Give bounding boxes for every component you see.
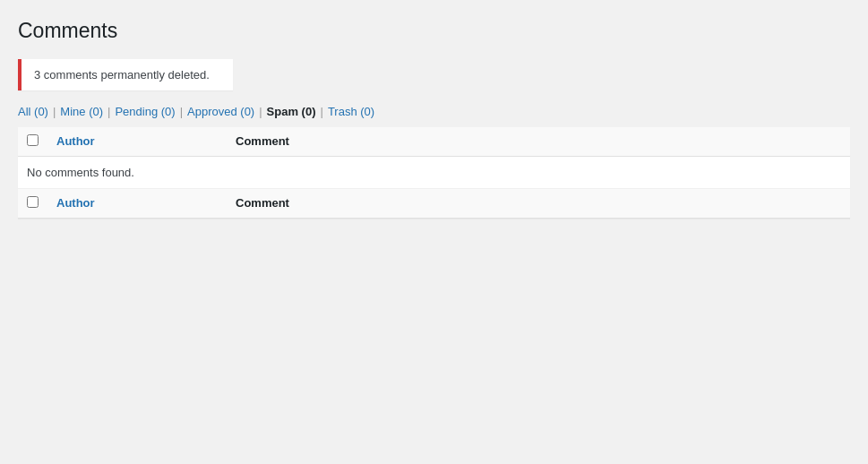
notice-box: 3 comments permanently deleted. bbox=[18, 59, 233, 90]
separator-5: | bbox=[320, 105, 322, 118]
separator-2: | bbox=[107, 105, 110, 118]
filter-spam-link[interactable]: Spam (0) bbox=[267, 105, 316, 118]
page-title: Comments bbox=[18, 18, 850, 45]
filter-pending: Pending (0) bbox=[115, 105, 175, 118]
footer-author-col: Author bbox=[47, 188, 227, 218]
comments-table: Author Comment No comments found. Author… bbox=[18, 127, 850, 219]
filter-trash: Trash (0) bbox=[328, 105, 374, 118]
footer-comment-col: Comment bbox=[227, 188, 850, 218]
author-sort-link[interactable]: Author bbox=[56, 134, 95, 148]
no-comments-cell: No comments found. bbox=[18, 156, 850, 188]
filter-trash-link[interactable]: Trash (0) bbox=[328, 105, 374, 118]
comment-filter-nav: All (0) | Mine (0) | Pending (0) | Appro… bbox=[18, 105, 850, 118]
header-checkbox-col bbox=[18, 127, 47, 157]
select-all-checkbox[interactable] bbox=[27, 134, 39, 146]
footer-checkbox-col bbox=[18, 188, 47, 218]
separator-1: | bbox=[53, 105, 56, 118]
separator-4: | bbox=[259, 105, 262, 118]
table-header-row: Author Comment bbox=[18, 127, 850, 157]
notice-message: 3 comments permanently deleted. bbox=[34, 68, 220, 82]
author-sort-link[interactable]: Author bbox=[56, 196, 95, 210]
filter-all: All (0) bbox=[18, 105, 48, 118]
header-author-col: Author bbox=[47, 127, 227, 157]
table-footer-row: Author Comment bbox=[18, 188, 850, 218]
filter-mine: Mine (0) bbox=[60, 105, 103, 118]
separator-3: | bbox=[180, 105, 183, 118]
header-comment-col: Comment bbox=[227, 127, 850, 157]
filter-approved-link[interactable]: Approved (0) bbox=[187, 105, 254, 118]
comments-table-wrapper: Author Comment No comments found. Author… bbox=[18, 127, 850, 219]
no-comments-row: No comments found. bbox=[18, 156, 850, 188]
filter-approved: Approved (0) bbox=[187, 105, 254, 118]
filter-pending-link[interactable]: Pending (0) bbox=[115, 105, 175, 118]
filter-spam: Spam (0) bbox=[267, 105, 316, 118]
filter-mine-link[interactable]: Mine (0) bbox=[60, 105, 103, 118]
filter-all-link[interactable]: All (0) bbox=[18, 105, 48, 118]
select-all-footer-checkbox[interactable] bbox=[27, 196, 39, 208]
